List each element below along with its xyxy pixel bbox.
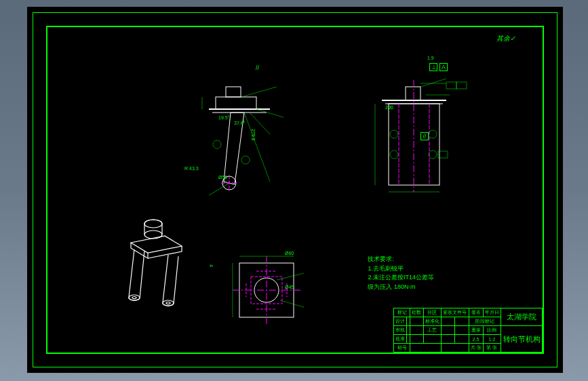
scale-value: 1:2	[483, 335, 501, 344]
institution: 太湖学院	[501, 308, 543, 326]
cad-drawing-area: 其余✓ R 43.3 19.5° 37.6° 279.8 Ø55 // 1.9 …	[27, 7, 563, 373]
tb-h3: 更改文件号	[441, 308, 469, 317]
svg-rect-1	[226, 87, 241, 97]
datum-a: A	[439, 63, 448, 71]
svg-point-13	[213, 140, 221, 148]
svg-point-28	[429, 130, 437, 138]
mass-value: 2.5	[469, 335, 483, 344]
top-dim: 1.9	[427, 56, 434, 60]
svg-rect-25	[456, 82, 467, 89]
svg-point-30	[429, 151, 437, 159]
svg-line-11	[256, 109, 283, 117]
material: 材号	[394, 344, 410, 353]
tb-h1: 处数	[410, 308, 423, 317]
tb-r0: 设计	[394, 317, 407, 326]
tb-r2: 审核	[394, 326, 407, 335]
tb-r4: 批准	[394, 335, 407, 344]
svg-rect-15	[406, 87, 420, 100]
angle1-dim: 19.5°	[218, 115, 229, 120]
notes-header: 技术要求:	[368, 255, 434, 264]
stage: 阶段标记	[469, 317, 501, 326]
sheet-label: 共 张	[469, 344, 483, 353]
svg-line-8	[244, 113, 270, 182]
svg-line-47	[280, 300, 304, 307]
svg-rect-24	[446, 82, 456, 89]
height-dim: 279.8	[251, 129, 256, 141]
svg-point-34	[144, 230, 162, 239]
plan-side-dim: 4	[209, 264, 214, 267]
svg-rect-0	[216, 97, 256, 109]
notes-line3: 级为压入 180N·m	[368, 283, 434, 292]
svg-line-10	[241, 87, 277, 97]
part-name: 转向节机构	[501, 326, 543, 353]
diameter-note: Ø55	[218, 175, 227, 180]
svg-point-27	[390, 130, 398, 138]
svg-point-38	[163, 300, 174, 306]
radius-dim: R 43.3	[184, 166, 199, 171]
width-dim: 200	[385, 105, 393, 110]
surface-finish-note: 其余✓	[496, 34, 515, 43]
svg-point-29	[390, 151, 398, 159]
angle2-dim: 37.6°	[234, 121, 245, 125]
tech-requirements: 技术要求: 1.去毛刺锐平 2.未注公差按IT14公差等 级为压入 180N·m	[368, 255, 434, 292]
inner-frame: 其余✓ R 43.3 19.5° 37.6° 279.8 Ø55 // 1.9 …	[46, 26, 544, 354]
plan-anno1: Ø60	[285, 251, 294, 256]
svg-point-39	[166, 302, 170, 304]
mass-label: 重量	[469, 326, 483, 335]
tb-h2: 分区	[423, 308, 441, 317]
title-block: 标记 处数 分区 更改文件号 签名 年月日 太湖学院 设计 标准化 阶段标记 审…	[393, 308, 543, 353]
datum-perp: ⊥	[429, 63, 437, 71]
notes-line2: 2.未注公差按IT14公差等	[368, 273, 434, 283]
tb-r3: 工艺	[423, 326, 441, 335]
svg-point-36	[129, 295, 140, 300]
tb-h0: 标记	[394, 308, 410, 317]
svg-line-23	[420, 79, 446, 87]
tb-r1: 标准化	[423, 317, 441, 326]
tb-h5: 年月日	[483, 308, 501, 317]
svg-point-37	[132, 297, 136, 299]
plan-anno2: Ø45	[285, 285, 294, 289]
scale-label: 比例	[483, 326, 501, 335]
svg-point-35	[144, 220, 162, 228]
tb-h4: 签名	[469, 308, 483, 317]
feature-frame-r: //	[420, 132, 429, 140]
sheet-value: 第 张	[483, 344, 501, 353]
notes-line1: 1.去毛刺锐平	[368, 264, 434, 274]
feature-frame-tl: //	[254, 64, 260, 71]
svg-point-14	[241, 156, 250, 164]
